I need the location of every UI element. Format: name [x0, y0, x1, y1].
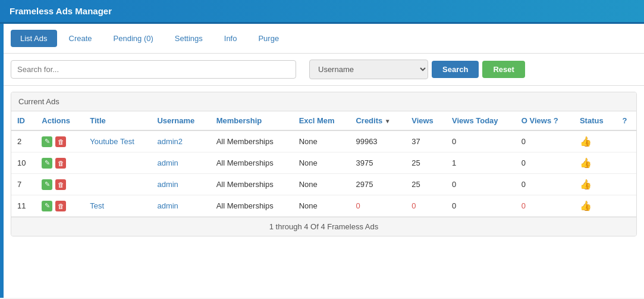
table-row: 2 ✎ 🗑 Youtube Test admin2 All Membership…	[11, 130, 636, 152]
cell-username[interactable]: admin	[151, 152, 210, 174]
cell-id: 7	[11, 174, 36, 195]
cell-excl-mem: None	[293, 152, 350, 174]
cell-views: 25	[406, 152, 446, 174]
search-bar: Username Search Reset	[4, 54, 644, 86]
cell-views-today: 0	[446, 195, 516, 217]
cell-title[interactable]	[84, 174, 151, 195]
table-row: 7 ✎ 🗑 admin All Memberships None 2975 25…	[11, 174, 636, 195]
col-excl-mem: Excl Mem	[293, 111, 350, 130]
cell-views: 37	[406, 130, 446, 152]
username-select[interactable]: Username	[309, 60, 428, 79]
status-icon: 👍	[580, 158, 592, 168]
cell-excl-mem: None	[293, 174, 350, 195]
tab-list-ads[interactable]: List Ads	[11, 30, 57, 47]
cell-views: 25	[406, 174, 446, 195]
col-help[interactable]: ?	[616, 111, 636, 130]
delete-icon[interactable]: 🗑	[55, 158, 66, 169]
content-area: List Ads Create Pending (0) Settings Inf…	[4, 24, 644, 298]
cell-id: 10	[11, 152, 36, 174]
tab-info[interactable]: Info	[215, 30, 247, 47]
status-icon: 👍	[580, 201, 592, 211]
col-id: ID	[11, 111, 36, 130]
cell-help	[616, 152, 636, 174]
cell-id: 11	[11, 195, 36, 217]
cell-credits: 2975	[350, 174, 406, 195]
cell-username[interactable]: admin2	[151, 130, 210, 152]
cell-help	[616, 174, 636, 195]
cell-username[interactable]: admin	[151, 195, 210, 217]
edit-icon[interactable]: ✎	[42, 201, 52, 211]
delete-icon[interactable]: 🗑	[55, 201, 66, 211]
cell-credits: 99963	[350, 130, 406, 152]
cell-excl-mem: None	[293, 130, 350, 152]
app-header: Frameless Ads Manager	[0, 0, 644, 24]
col-username: Username	[151, 111, 210, 130]
ads-table: ID Actions Title Username Membership Exc…	[11, 111, 636, 217]
status-icon: 👍	[580, 136, 592, 147]
cell-views: 0	[406, 195, 446, 217]
cell-membership: All Memberships	[211, 174, 293, 195]
nav-tabs: List Ads Create Pending (0) Settings Inf…	[4, 24, 644, 54]
cell-help	[616, 130, 636, 152]
cell-actions: ✎ 🗑	[36, 174, 84, 195]
table-footer: 1 through 4 Of 4 Frameless Ads	[11, 217, 636, 236]
search-button[interactable]: Search	[432, 61, 479, 78]
cell-o-views: 0	[516, 152, 574, 174]
cell-o-views: 0	[516, 174, 574, 195]
cell-status: 👍	[574, 174, 617, 195]
cell-actions: ✎ 🗑	[36, 195, 84, 217]
cell-o-views: 0	[516, 130, 574, 152]
edit-icon[interactable]: ✎	[42, 158, 52, 169]
cell-credits: 0	[350, 195, 406, 217]
cell-status: 👍	[574, 152, 617, 174]
cell-views-today: 1	[446, 152, 516, 174]
delete-icon[interactable]: 🗑	[55, 136, 66, 147]
tab-create[interactable]: Create	[59, 30, 102, 47]
table-row: 11 ✎ 🗑 Test admin All Memberships None 0…	[11, 195, 636, 217]
col-views-today: Views Today	[446, 111, 516, 130]
cell-excl-mem: None	[293, 195, 350, 217]
cell-title[interactable]: Test	[84, 195, 151, 217]
cell-membership: All Memberships	[211, 130, 293, 152]
cell-help	[616, 195, 636, 217]
cell-views-today: 0	[446, 174, 516, 195]
col-title: Title	[84, 111, 151, 130]
app-title: Frameless Ads Manager	[10, 6, 112, 16]
cell-credits: 3975	[350, 152, 406, 174]
cell-views-today: 0	[446, 130, 516, 152]
cell-status: 👍	[574, 130, 617, 152]
tab-settings[interactable]: Settings	[165, 30, 212, 47]
col-o-views: O Views ?	[516, 111, 574, 130]
cell-membership: All Memberships	[211, 152, 293, 174]
cell-title[interactable]: Youtube Test	[84, 130, 151, 152]
col-status: Status	[574, 111, 617, 130]
cell-title[interactable]	[84, 152, 151, 174]
edit-icon[interactable]: ✎	[42, 136, 52, 147]
cell-actions: ✎ 🗑	[36, 130, 84, 152]
tab-purge[interactable]: Purge	[249, 30, 288, 47]
credits-sort-arrow: ▼	[385, 118, 391, 124]
cell-status: 👍	[574, 195, 617, 217]
ads-table-container: Current Ads ID Actions Title Username Me…	[11, 92, 637, 236]
status-icon: 👍	[580, 179, 592, 189]
tab-pending[interactable]: Pending (0)	[104, 30, 163, 47]
search-input[interactable]	[11, 60, 296, 79]
cell-actions: ✎ 🗑	[36, 152, 84, 174]
reset-button[interactable]: Reset	[482, 61, 524, 78]
col-membership: Membership	[211, 111, 293, 130]
edit-icon[interactable]: ✎	[42, 179, 52, 190]
cell-membership: All Memberships	[211, 195, 293, 217]
table-row: 10 ✎ 🗑 admin All Memberships None 3975 2…	[11, 152, 636, 174]
delete-icon[interactable]: 🗑	[55, 179, 66, 190]
table-section-label: Current Ads	[11, 92, 636, 111]
col-credits[interactable]: Credits ▼	[350, 111, 406, 130]
col-views: Views	[406, 111, 446, 130]
cell-username[interactable]: admin	[151, 174, 210, 195]
col-actions: Actions	[36, 111, 84, 130]
cell-o-views: 0	[516, 195, 574, 217]
cell-id: 2	[11, 130, 36, 152]
